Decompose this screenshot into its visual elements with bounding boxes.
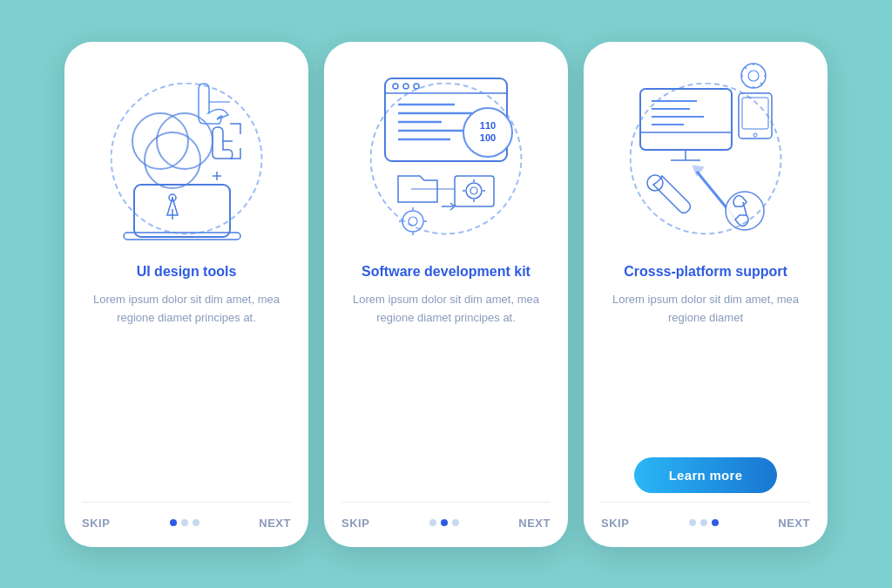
svg-point-15: [403, 84, 409, 89]
card-title-3: Crosss-platform support: [624, 263, 787, 281]
dots-1: [170, 519, 199, 526]
dot-2-2: [441, 519, 448, 526]
dots-2: [429, 519, 459, 526]
next-btn-1[interactable]: NEXT: [259, 517, 291, 530]
card-body-3: Lorem ipsum dolor sit dim amet, mea regi…: [601, 291, 810, 448]
illustration-crossplatform: [610, 63, 801, 254]
card-title-1: UI design tools: [137, 263, 237, 281]
svg-point-14: [393, 84, 398, 89]
dashed-circle-1: [111, 82, 263, 234]
cards-container: UI design tools Lorem ipsum dolor sit di…: [64, 42, 828, 547]
card-body-1: Lorem ipsum dolor sit dim amet, mea regi…: [82, 291, 291, 396]
card-title-2: Software development kit: [362, 263, 530, 281]
dot-2-3: [452, 519, 459, 526]
card-crossplatform: Crosss-platform support Lorem ipsum dolo…: [584, 42, 828, 547]
nav-bar-3: SKIP NEXT: [601, 508, 810, 530]
divider-1: [82, 502, 291, 503]
svg-point-51: [748, 71, 759, 81]
dots-3: [689, 519, 719, 526]
divider-2: [341, 502, 551, 503]
next-btn-3[interactable]: NEXT: [778, 517, 810, 530]
card-body-2: Lorem ipsum dolor sit dim amet, mea regi…: [341, 291, 551, 396]
dashed-circle-2: [370, 82, 523, 234]
divider-3: [601, 502, 810, 503]
skip-btn-3[interactable]: SKIP: [601, 517, 629, 530]
card-sdk: 110 100: [324, 42, 568, 547]
dot-1-3: [193, 519, 199, 526]
dot-3-2: [700, 519, 707, 526]
dot-1-1: [170, 519, 177, 526]
skip-btn-2[interactable]: SKIP: [341, 517, 369, 530]
svg-line-56: [745, 67, 747, 69]
dot-3-3: [712, 519, 719, 526]
dot-3-1: [689, 519, 696, 526]
dashed-circle-3: [630, 82, 782, 234]
illustration-sdk: 110 100: [350, 63, 542, 254]
nav-bar-1: SKIP NEXT: [82, 508, 291, 530]
illustration-ui-design: [91, 63, 282, 254]
learn-more-button[interactable]: Learn more: [634, 457, 778, 493]
next-btn-2[interactable]: NEXT: [518, 517, 551, 530]
nav-bar-2: SKIP NEXT: [341, 508, 551, 530]
dot-1-2: [181, 519, 188, 526]
card-ui-design: UI design tools Lorem ipsum dolor sit di…: [64, 42, 308, 547]
svg-line-57: [760, 83, 762, 84]
dot-2-1: [429, 519, 436, 526]
skip-btn-1[interactable]: SKIP: [82, 517, 110, 530]
